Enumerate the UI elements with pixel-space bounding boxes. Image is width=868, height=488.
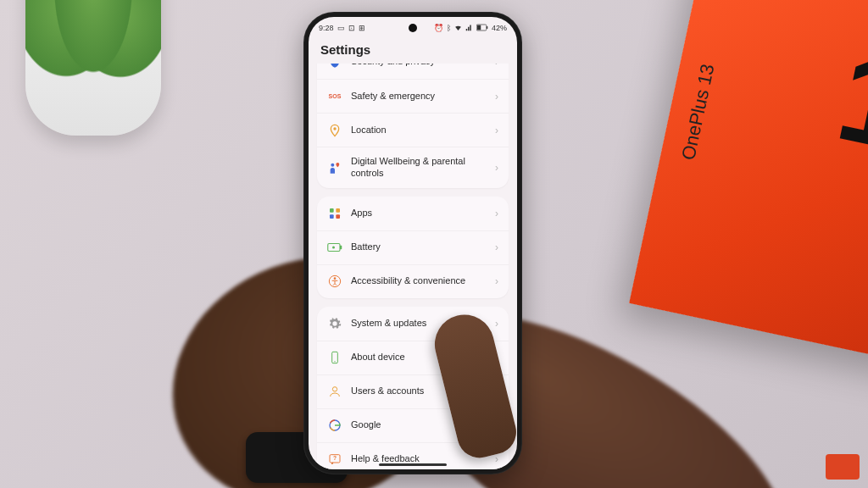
svg-text:?: ? <box>333 455 337 461</box>
gear-icon <box>327 316 342 331</box>
notification-icon: ▭ <box>337 24 345 32</box>
settings-item-location[interactable]: Location › <box>317 113 509 147</box>
google-icon <box>327 418 342 433</box>
svg-point-13 <box>334 277 337 280</box>
chevron-right-icon: › <box>495 318 498 330</box>
phone-icon <box>327 350 342 365</box>
settings-item-apps[interactable]: Apps › <box>317 197 509 230</box>
settings-item-label: Security and privacy <box>351 64 487 68</box>
svg-rect-7 <box>330 214 334 219</box>
svg-rect-10 <box>340 246 342 250</box>
settings-item-accessibility[interactable]: Accessibility & convenience › <box>317 264 509 298</box>
settings-group: Security and privacy › SOS Safety & emer… <box>317 64 509 188</box>
chevron-right-icon: › <box>495 275 498 287</box>
chevron-right-icon: › <box>495 91 498 103</box>
settings-item-label: Location <box>351 125 487 136</box>
settings-item-label: Apps <box>351 208 487 219</box>
chevron-right-icon: › <box>495 162 498 174</box>
svg-point-16 <box>332 387 337 391</box>
help-icon: ? <box>327 452 342 467</box>
svg-rect-6 <box>336 208 340 213</box>
signal-icon <box>465 24 473 33</box>
settings-item-safety-emergency[interactable]: SOS Safety & emergency › <box>317 79 509 113</box>
svg-rect-8 <box>336 214 340 219</box>
notification-icon: ⊡ <box>348 24 355 32</box>
status-clock: 9:28 <box>319 24 334 32</box>
svg-point-4 <box>331 163 334 166</box>
background-plant <box>25 0 161 136</box>
chevron-right-icon: › <box>495 125 498 136</box>
page-title: Settings <box>309 39 517 64</box>
settings-item-label: Accessibility & convenience <box>351 275 487 287</box>
settings-item-label: Digital Wellbeing & parental controls <box>351 156 487 180</box>
battery-percentage: 42% <box>492 24 507 32</box>
svg-rect-1 <box>487 26 487 29</box>
svg-point-15 <box>334 361 335 362</box>
accessibility-icon <box>327 274 342 289</box>
settings-item-label: Battery <box>351 241 487 253</box>
alarm-icon: ⏰ <box>434 24 443 32</box>
settings-item-digital-wellbeing[interactable]: Digital Wellbeing & parental controls › <box>317 147 509 188</box>
box-number: 13 <box>826 22 868 191</box>
bluetooth-icon: ᛒ <box>447 24 451 32</box>
chevron-right-icon: › <box>495 208 498 219</box>
svg-point-3 <box>333 127 336 130</box>
sos-icon: SOS <box>327 89 342 104</box>
home-indicator[interactable] <box>379 463 447 466</box>
chevron-right-icon: › <box>495 241 498 253</box>
battery-icon <box>327 240 342 255</box>
battery-icon <box>476 24 488 33</box>
settings-group: Apps › Battery › Accessibility & conveni… <box>317 197 509 298</box>
svg-rect-2 <box>477 25 481 30</box>
svg-point-11 <box>332 247 335 249</box>
settings-item-label: Safety & emergency <box>351 91 487 103</box>
background-object <box>826 454 860 480</box>
notification-icon: ⊞ <box>359 24 365 32</box>
wifi-icon <box>454 24 462 33</box>
wellbeing-icon <box>327 160 342 175</box>
chevron-right-icon: › <box>495 64 498 68</box>
status-bar-right: ⏰ ᛒ 42% <box>434 24 507 33</box>
status-bar-left: 9:28 ▭ ⊡ ⊞ <box>319 24 365 32</box>
svg-rect-5 <box>330 208 334 213</box>
user-icon <box>327 384 342 399</box>
apps-icon <box>327 206 342 221</box>
chevron-right-icon: › <box>495 453 498 465</box>
settings-item-battery[interactable]: Battery › <box>317 230 509 264</box>
box-model-text: OnePlus 13 <box>677 62 719 162</box>
location-icon <box>327 123 342 138</box>
shield-icon <box>327 64 342 69</box>
settings-item-security-privacy[interactable]: Security and privacy › <box>317 64 509 79</box>
front-camera-cutout <box>409 24 417 32</box>
